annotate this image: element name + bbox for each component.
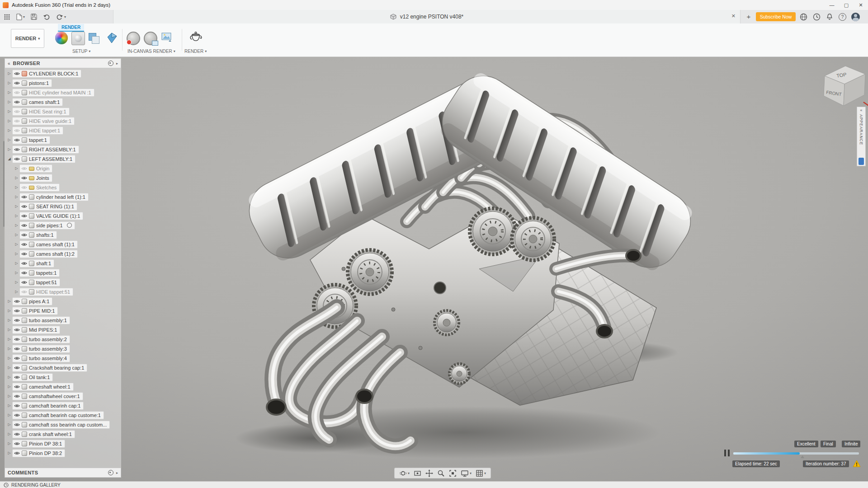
visibility-eye-icon[interactable] xyxy=(21,271,27,275)
collapse-browser-icon[interactable]: « xyxy=(8,61,10,66)
expand-caret[interactable]: ▷ xyxy=(6,432,12,436)
expand-caret[interactable]: ▷ xyxy=(6,356,12,360)
visibility-eye-icon[interactable] xyxy=(14,318,20,323)
browser-item[interactable]: ▷ HIDE tappet:1 xyxy=(5,126,121,135)
zoom-icon[interactable] xyxy=(437,469,445,477)
browser-display-options-icon[interactable] xyxy=(108,61,113,66)
scene-settings-button[interactable] xyxy=(71,32,85,45)
browser-item[interactable]: ▷ camchaft bearinh cap:1 xyxy=(5,401,121,410)
expand-caret[interactable]: ▷ xyxy=(6,385,12,389)
texture-map-controls-button[interactable] xyxy=(88,32,100,44)
subscribe-button[interactable]: Subscribe Now xyxy=(756,12,796,21)
pan-icon[interactable] xyxy=(425,469,433,477)
browser-item[interactable]: ▷ Crackshaft bearing cap:1 xyxy=(5,363,121,372)
expand-caret[interactable]: ▷ xyxy=(6,404,12,408)
expand-caret[interactable]: ▷ xyxy=(6,366,12,370)
look-at-icon[interactable] xyxy=(414,469,421,477)
browser-item[interactable]: ▷ tappet:1 xyxy=(5,135,121,145)
expand-caret[interactable]: ▷ xyxy=(14,242,19,246)
expand-caret[interactable]: ▷ xyxy=(6,119,12,123)
setup-group-label[interactable]: SETUP▾ xyxy=(72,49,90,54)
expand-caret[interactable]: ▷ xyxy=(14,261,19,265)
browser-item[interactable]: ▷ PIPE MID:1 xyxy=(5,306,121,315)
browser-item[interactable]: ▷ HIDE Seat ring:1 xyxy=(5,107,121,116)
visibility-eye-icon[interactable] xyxy=(14,71,20,76)
render-warning-icon[interactable] xyxy=(853,460,861,469)
save-button[interactable] xyxy=(31,14,37,20)
visibility-eye-icon[interactable] xyxy=(14,128,20,133)
browser-item[interactable]: ▷ tappet:51 xyxy=(5,277,121,287)
browser-item[interactable]: ▷ turbo assembly:4 xyxy=(5,353,121,363)
expand-caret[interactable]: ▷ xyxy=(6,100,12,104)
visibility-eye-icon[interactable] xyxy=(14,147,20,152)
visibility-eye-icon[interactable] xyxy=(14,119,20,123)
expand-caret[interactable]: ▷ xyxy=(6,451,12,455)
browser-item[interactable]: ▷ Origin xyxy=(5,164,121,173)
expand-caret[interactable]: ▷ xyxy=(14,166,19,170)
browser-item[interactable]: ▷ turbo assembly:2 xyxy=(5,334,121,344)
render-button[interactable] xyxy=(188,30,203,43)
rendering-gallery-label[interactable]: RENDERING GALLERY xyxy=(11,483,61,488)
job-status-clock-icon[interactable] xyxy=(812,13,821,21)
visibility-eye-icon[interactable] xyxy=(14,404,20,408)
workspace-switcher-button[interactable]: RENDER ▾ xyxy=(11,29,44,48)
expand-caret[interactable]: ▷ xyxy=(14,214,19,218)
tab-close-icon[interactable]: ✕ xyxy=(731,13,736,19)
visibility-eye-icon[interactable] xyxy=(21,290,27,294)
visibility-eye-icon[interactable] xyxy=(21,185,27,190)
expand-caret[interactable]: ▷ xyxy=(6,347,12,351)
visibility-eye-icon[interactable] xyxy=(14,441,20,446)
visibility-eye-icon[interactable] xyxy=(14,451,20,455)
comments-options-icon[interactable] xyxy=(108,470,113,475)
visibility-eye-icon[interactable] xyxy=(14,100,20,104)
expand-caret[interactable]: ▷ xyxy=(6,109,12,113)
visibility-eye-icon[interactable] xyxy=(14,347,20,351)
expand-caret[interactable]: ▷ xyxy=(14,271,19,275)
browser-item[interactable]: ▷ CYLENDER BLOCK:1 xyxy=(5,69,121,78)
notifications-bell-icon[interactable] xyxy=(826,13,834,21)
visibility-eye-icon[interactable] xyxy=(14,356,20,361)
web-home-icon[interactable] xyxy=(799,13,807,21)
file-menu-button[interactable]: ▾ xyxy=(16,14,25,20)
save-render-image-button[interactable] xyxy=(161,32,173,42)
expand-caret[interactable]: ▷ xyxy=(14,290,19,294)
pause-render-button[interactable] xyxy=(724,450,730,456)
browser-item[interactable]: ▷ cames shaft (1):1 xyxy=(5,239,121,249)
visibility-eye-icon[interactable] xyxy=(14,413,20,418)
browser-item[interactable]: ▷ cames shaft:1 xyxy=(5,97,121,107)
visibility-eye-icon[interactable] xyxy=(14,328,20,332)
browser-item[interactable]: ▷ shaft:1 xyxy=(5,258,121,268)
canvas-viewport[interactable] xyxy=(0,56,868,482)
redo-button[interactable]: ▾ xyxy=(56,14,66,20)
document-tab[interactable]: v12 engine PSITON v408* ✕ xyxy=(113,10,741,23)
browser-item[interactable]: ▷ Joints xyxy=(5,173,121,183)
expand-caret[interactable]: ▷ xyxy=(6,71,12,75)
expand-caret[interactable]: ▷ xyxy=(6,394,12,398)
visibility-eye-icon[interactable] xyxy=(21,195,27,199)
browser-header-caret-icon[interactable]: ▸ xyxy=(116,61,118,66)
browser-item[interactable]: ▷ SEAT RING (1):1 xyxy=(5,202,121,211)
undo-button[interactable] xyxy=(43,14,50,20)
visibility-eye-icon[interactable] xyxy=(14,81,20,85)
quality-excellent-badge[interactable]: Excellent xyxy=(794,441,818,447)
browser-item[interactable]: ▷ HIDE valve guide:1 xyxy=(5,116,121,126)
expand-caret[interactable]: ▷ xyxy=(6,128,12,132)
in-canvas-render-group-label[interactable]: IN-CANVAS RENDER▾ xyxy=(127,49,175,54)
browser-item[interactable]: ▷ HIDE cylinder head MAIN :1 xyxy=(5,88,121,97)
expand-caret[interactable]: ▷ xyxy=(6,299,12,303)
browser-item[interactable]: ▷ HIDE tappet:51 xyxy=(5,287,121,296)
browser-item[interactable]: ▷ Sketches xyxy=(5,183,121,192)
expand-caret[interactable]: ▷ xyxy=(6,337,12,341)
expand-caret[interactable]: ▷ xyxy=(6,90,12,94)
expand-caret[interactable]: ▷ xyxy=(14,195,19,199)
visibility-eye-icon[interactable] xyxy=(14,366,20,370)
visibility-eye-icon[interactable] xyxy=(21,252,27,256)
expand-caret[interactable]: ▷ xyxy=(14,223,19,227)
visibility-eye-icon[interactable] xyxy=(21,261,27,266)
display-settings-icon[interactable]: ▾ xyxy=(461,469,472,477)
render-group-label[interactable]: RENDER▾ xyxy=(184,49,207,54)
appearance-button[interactable] xyxy=(55,32,68,44)
visibility-eye-icon[interactable] xyxy=(14,90,20,95)
user-avatar[interactable] xyxy=(851,13,860,21)
visibility-eye-icon[interactable] xyxy=(14,309,20,313)
